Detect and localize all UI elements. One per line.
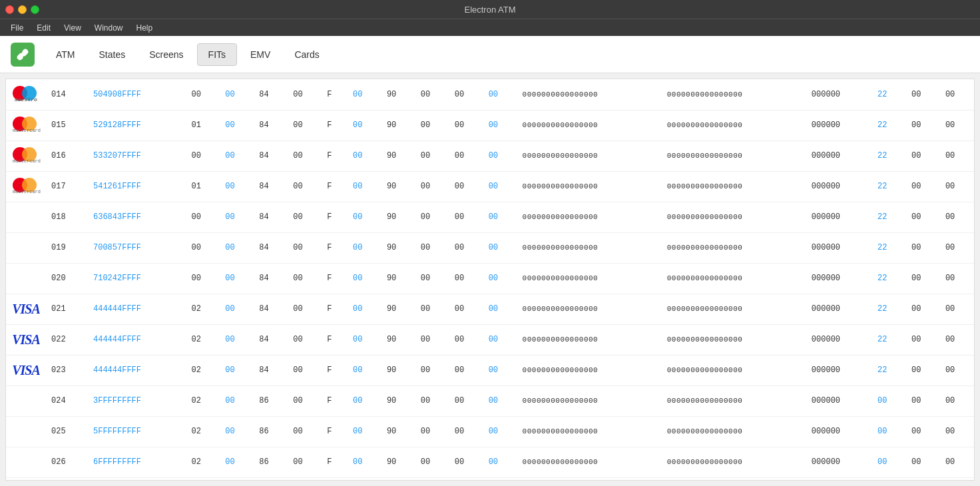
col-c6: 00 — [348, 171, 381, 202]
col-c8: 00 — [415, 171, 449, 202]
col-c4: 00 — [288, 79, 322, 110]
minimize-button[interactable] — [18, 5, 27, 14]
menu-file[interactable]: File — [5, 22, 29, 34]
row-pan: 5FFFFFFFFF — [88, 416, 186, 447]
col-c2: 00 — [220, 294, 254, 324]
col-c3: 84 — [254, 355, 288, 385]
col-c10: 00 — [483, 416, 517, 447]
table-row[interactable]: maestro 014 504908FFFF 00 00 84 00 F 00 … — [6, 79, 974, 110]
col-c5: F — [322, 263, 348, 294]
col-c8: 00 — [415, 202, 449, 232]
col-c2: 00 — [220, 140, 254, 171]
row-pan: 444444FFFF — [88, 324, 186, 355]
col-end4: 00 — [940, 355, 974, 385]
col-c8: 00 — [415, 110, 449, 140]
row-pan: 3FFFFFFFFF — [88, 385, 186, 416]
table-row[interactable]: 019 700857FFFF 00 00 84 00 F 00 90 00 00… — [6, 232, 974, 263]
col-end4: 00 — [940, 232, 974, 263]
col-long1: 0000000000000000 — [517, 477, 662, 481]
table-row[interactable]: 026 6FFFFFFFFF 02 00 86 00 F 00 90 00 00… — [6, 447, 974, 477]
card-logo-cell: mastercard — [6, 110, 46, 140]
col-c4: 00 — [288, 477, 322, 481]
col-c2: 00 — [220, 171, 254, 202]
col-end4: 00 — [940, 140, 974, 171]
col-c9: 00 — [449, 202, 483, 232]
maximize-button[interactable] — [31, 5, 39, 14]
table-row[interactable]: 020 710242FFFF 00 00 84 00 F 00 90 00 00… — [6, 263, 974, 294]
table-row[interactable]: 018 636843FFFF 00 00 84 00 F 00 90 00 00… — [6, 202, 974, 232]
col-end4: 00 — [940, 447, 974, 477]
close-button[interactable] — [5, 5, 14, 14]
menu-view[interactable]: View — [59, 22, 87, 34]
col-end1: 000000 — [806, 79, 872, 110]
window-controls[interactable] — [5, 5, 39, 14]
row-id: 016 — [46, 140, 88, 171]
col-long2: 0000000000000000 — [662, 140, 806, 171]
table-row[interactable]: VISA 023 444444FFFF 02 00 84 00 F 00 90 … — [6, 355, 974, 385]
col-c6: 00 — [348, 140, 381, 171]
menu-help[interactable]: Help — [131, 22, 158, 34]
col-c10: 00 — [483, 477, 517, 481]
col-long1: 0000000000000000 — [517, 355, 662, 385]
table-row[interactable]: mastercard 017 541261FFFF 01 00 84 00 F … — [6, 171, 974, 202]
col-c10: 00 — [483, 110, 517, 140]
table-row[interactable]: VISA 022 444444FFFF 02 00 84 00 F 00 90 … — [6, 324, 974, 355]
tab-emv[interactable]: EMV — [240, 44, 281, 65]
menu-window[interactable]: Window — [89, 22, 128, 34]
col-end3: 00 — [906, 477, 940, 481]
col-end1: 000000 — [806, 171, 872, 202]
col-c7: 90 — [381, 385, 415, 416]
row-pan: 444444FFFF — [88, 294, 186, 324]
col-long1: 0000000000000000 — [517, 263, 662, 294]
col-c2: 00 — [220, 110, 254, 140]
col-end3: 00 — [906, 447, 940, 477]
table-row[interactable]: mastercard 015 529128FFFF 01 00 84 00 F … — [6, 110, 974, 140]
col-end2: 00 — [872, 447, 906, 477]
home-button[interactable] — [11, 43, 35, 67]
col-end4: 00 — [940, 416, 974, 447]
col-c2: 00 — [220, 263, 254, 294]
col-c4: 00 — [288, 355, 322, 385]
col-c5: F — [322, 477, 348, 481]
col-c5: F — [322, 294, 348, 324]
col-c3: 84 — [254, 202, 288, 232]
col-c7: 90 — [381, 171, 415, 202]
col-end1: 000000 — [806, 385, 872, 416]
col-c10: 00 — [483, 171, 517, 202]
col-end1: 000000 — [806, 447, 872, 477]
col-c1: 00 — [186, 140, 220, 171]
tab-states[interactable]: States — [89, 44, 136, 65]
col-c4: 00 — [288, 140, 322, 171]
col-c3: 86 — [254, 447, 288, 477]
col-long1: 0000000000000000 — [517, 232, 662, 263]
card-logo-cell — [6, 447, 46, 477]
col-c7: 90 — [381, 79, 415, 110]
col-end4: 00 — [940, 385, 974, 416]
table-row[interactable]: 024 3FFFFFFFFF 02 00 86 00 F 00 90 00 00… — [6, 385, 974, 416]
mastercard-logo: mastercard — [13, 176, 39, 194]
menu-edit[interactable]: Edit — [31, 22, 56, 34]
col-c8: 00 — [415, 79, 449, 110]
col-end2: 22 — [872, 171, 906, 202]
tab-cards[interactable]: Cards — [284, 44, 330, 65]
table-row[interactable]: 025 5FFFFFFFFF 02 00 86 00 F 00 90 00 00… — [6, 416, 974, 447]
col-long1: 0000000000000000 — [517, 385, 662, 416]
table-row[interactable]: 027 8FFFFFFFFF 02 00 86 00 F 00 90 00 00… — [6, 477, 974, 481]
col-c9: 00 — [449, 232, 483, 263]
col-long2: 0000000000000000 — [662, 79, 806, 110]
toolbar: ATM States Screens FITs EMV Cards — [0, 36, 980, 73]
col-long1: 0000000000000000 — [517, 416, 662, 447]
table-row[interactable]: mastercard 016 533207FFFF 00 00 84 00 F … — [6, 140, 974, 171]
tab-screens[interactable]: Screens — [138, 44, 194, 65]
col-c5: F — [322, 79, 348, 110]
col-end3: 00 — [906, 202, 940, 232]
tab-atm[interactable]: ATM — [45, 44, 86, 65]
col-c5: F — [322, 171, 348, 202]
tab-fits[interactable]: FITs — [197, 43, 237, 66]
col-end2: 22 — [872, 232, 906, 263]
table-row[interactable]: VISA 021 444444FFFF 02 00 84 00 F 00 90 … — [6, 294, 974, 324]
title-bar: Electron ATM — [0, 0, 980, 19]
col-end3: 00 — [906, 171, 940, 202]
col-end1: 000000 — [806, 294, 872, 324]
col-long1: 0000000000000000 — [517, 140, 662, 171]
